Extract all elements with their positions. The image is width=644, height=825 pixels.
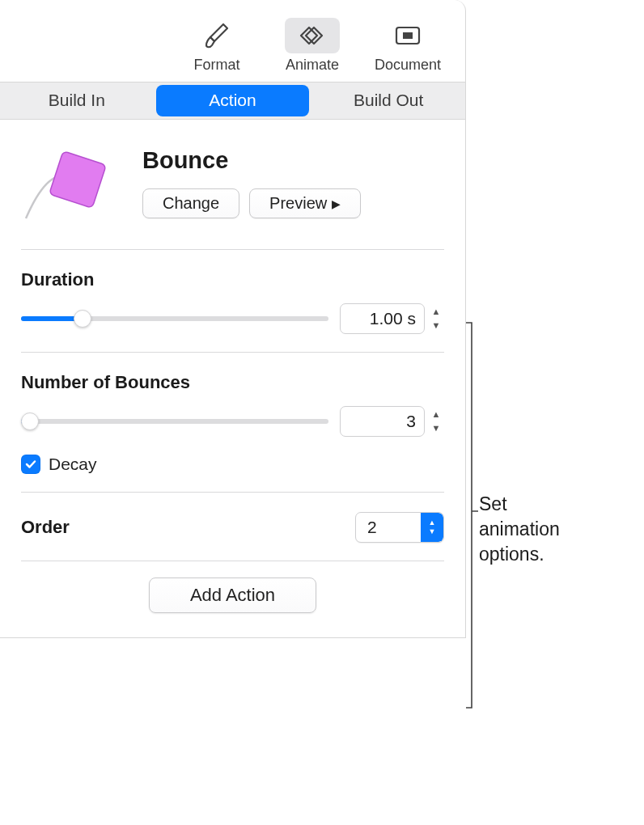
effect-name: Bounce	[142, 147, 444, 174]
svg-rect-2	[49, 151, 107, 209]
diamond-icon	[285, 18, 340, 53]
chevron-up-icon[interactable]: ▲	[428, 408, 444, 421]
change-button[interactable]: Change	[142, 188, 239, 218]
format-label: Format	[193, 57, 239, 74]
preview-button-label: Preview	[269, 194, 327, 213]
effect-thumbnail	[21, 147, 126, 228]
order-value: 2	[356, 513, 421, 542]
bounces-field[interactable]	[340, 406, 425, 437]
duration-slider[interactable]	[21, 311, 328, 326]
tab-action[interactable]: Action	[156, 85, 310, 116]
bounces-section: Number of Bounces ▲ ▼	[21, 353, 444, 492]
document-toolbar-item[interactable]: Document	[363, 18, 452, 74]
format-toolbar-item[interactable]: Format	[172, 18, 261, 74]
inspector-panel: Format Animate Document	[0, 0, 466, 638]
change-button-label: Change	[163, 194, 219, 213]
effect-header: Bounce Change Preview ▶	[21, 120, 444, 249]
doc-icon	[380, 18, 435, 53]
duration-field[interactable]	[340, 303, 425, 334]
bounces-slider[interactable]	[21, 414, 328, 429]
callout-text: Set animation options.	[479, 492, 560, 567]
bounces-stepper[interactable]: ▲ ▼	[428, 408, 444, 435]
decay-checkbox[interactable]	[21, 455, 40, 474]
svg-rect-1	[403, 32, 413, 39]
chevron-down-icon[interactable]: ▼	[428, 422, 444, 435]
animate-toolbar-item[interactable]: Animate	[268, 18, 357, 74]
order-label: Order	[21, 517, 70, 538]
bounces-label: Number of Bounces	[21, 372, 444, 393]
duration-label: Duration	[21, 269, 444, 290]
order-select[interactable]: 2 ▲▼	[355, 512, 444, 543]
select-arrows-icon: ▲▼	[421, 513, 443, 542]
top-toolbar: Format Animate Document	[0, 0, 465, 82]
duration-stepper[interactable]: ▲ ▼	[428, 306, 444, 332]
tab-build-out[interactable]: Build Out	[311, 82, 465, 119]
document-label: Document	[375, 57, 441, 74]
add-action-button[interactable]: Add Action	[149, 578, 316, 613]
animate-label: Animate	[286, 57, 339, 74]
tab-build-in[interactable]: Build In	[0, 82, 154, 119]
preview-button[interactable]: Preview ▶	[249, 188, 361, 218]
order-section: Order 2 ▲▼	[21, 493, 444, 561]
duration-section: Duration ▲ ▼	[21, 250, 444, 352]
chevron-down-icon[interactable]: ▼	[428, 319, 444, 332]
brush-icon	[189, 18, 244, 53]
decay-label: Decay	[49, 455, 97, 474]
build-tabs: Build In Action Build Out	[0, 82, 465, 120]
chevron-up-icon[interactable]: ▲	[428, 306, 444, 319]
play-icon: ▶	[332, 197, 341, 210]
